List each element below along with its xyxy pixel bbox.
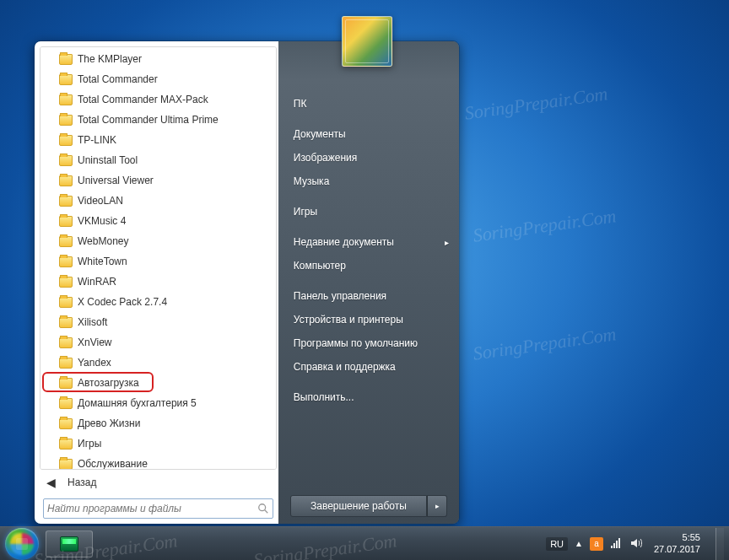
program-folder-label: WinRAR [78,276,116,288]
folder-icon [59,418,73,429]
taskbar-app-resource-monitor[interactable] [46,530,93,557]
right-panel-item[interactable]: Музыка [278,170,459,193]
right-panel-item[interactable]: Изображения [278,146,459,170]
folder-icon [59,398,73,409]
right-panel-item[interactable]: Компьютер [278,254,459,277]
tray-app-icon[interactable]: a [590,537,603,551]
folder-icon [59,94,73,105]
folder-icon [59,155,73,166]
right-panel-item[interactable]: Игры [278,200,459,223]
program-folder-item[interactable]: WebMoney [42,231,274,251]
program-folder-label: Total Commander MAX-Pack [78,94,208,105]
show-desktop-button[interactable] [716,528,724,560]
right-panel-list: ПКДокументыИзображенияМузыкаИгрыНедавние… [278,87,459,414]
separator [278,223,459,230]
program-folder-label: Автозагрузка [78,377,139,389]
right-panel-item[interactable]: Устройства и принтеры [278,308,459,331]
folder-icon [59,175,73,186]
program-folder-label: The KMPlayer [78,53,142,65]
folder-icon [59,236,73,247]
search-icon [257,503,269,514]
program-folder-item[interactable]: Total Commander [42,69,274,89]
shutdown-options-button[interactable]: ▸ [427,495,447,517]
folder-icon [59,439,73,450]
language-indicator[interactable]: RU [546,537,568,551]
back-button[interactable]: ◀ Назад [40,470,277,495]
volume-icon[interactable] [630,537,642,551]
folder-icon [59,459,73,470]
folder-icon [59,297,73,308]
program-folder-item[interactable]: Xilisoft [42,312,274,332]
program-folder-label: Игры [78,438,101,450]
separator [278,277,459,284]
shutdown-button[interactable]: Завершение работы [290,495,427,517]
program-folder-item[interactable]: TP-LINK [42,130,274,150]
program-folder-item[interactable]: Домашняя бухгалтерия 5 [42,393,274,413]
program-folder-label: Древо Жизни [78,417,140,429]
program-folder-label: Total Commander Ultima Prime [78,114,219,126]
network-icon[interactable] [610,537,624,551]
right-panel-item[interactable]: Справка и поддержка [278,355,459,379]
start-menu: The KMPlayerTotal CommanderTotal Command… [34,40,460,525]
folder-icon [59,358,73,369]
clock-date: 27.07.2017 [654,544,700,555]
separator [278,193,459,200]
right-panel-item[interactable]: Программы по умолчанию [278,331,459,355]
program-folder-item[interactable]: The KMPlayer [42,49,274,69]
program-folder-item[interactable]: Игры [42,433,274,454]
separator [278,116,459,122]
program-folder-item[interactable]: Автозагрузка [42,373,274,393]
separator [278,379,459,385]
program-folder-item[interactable]: VKMusic 4 [42,211,274,231]
program-folder-label: WhiteTown [78,256,127,267]
folder-icon [59,196,73,207]
program-folder-item[interactable]: Древо Жизни [42,413,274,433]
start-menu-right-panel: ПКДокументыИзображенияМузыкаИгрыНедавние… [278,41,459,524]
program-folder-label: Обслуживание [78,458,148,470]
right-panel-item[interactable]: Выполнить... [278,385,459,409]
back-label: Назад [68,477,96,488]
program-folder-label: WebMoney [78,235,128,247]
start-button[interactable] [5,528,39,560]
search-input[interactable] [47,503,257,514]
program-folder-label: Universal Viewer [78,175,154,186]
right-panel-item[interactable]: Панель управления [278,284,459,308]
folder-icon [59,317,73,328]
shutdown-row: Завершение работы ▸ [290,495,447,517]
back-arrow-icon: ◀ [46,476,56,489]
user-avatar[interactable] [342,16,392,67]
right-panel-item[interactable]: ПК [278,92,459,116]
taskbar: RU ▲ a 5:55 27.07.2017 [0,526,729,560]
program-folder-label: XnView [78,337,111,348]
program-folder-item[interactable]: Universal Viewer [42,170,274,191]
right-panel-item[interactable]: Документы [278,122,459,146]
folder-icon [59,54,73,65]
folder-icon [59,256,73,267]
all-programs-list[interactable]: The KMPlayerTotal CommanderTotal Command… [40,46,277,470]
folder-icon [59,216,73,227]
program-folder-item[interactable]: Yandex [42,353,274,373]
program-folder-item[interactable]: XnView [42,332,274,353]
right-panel-item[interactable]: Недавние документы [278,230,459,254]
program-folder-item[interactable]: WinRAR [42,272,274,292]
program-folder-item[interactable]: VideoLAN [42,191,274,211]
clock[interactable]: 5:55 27.07.2017 [649,532,705,554]
program-folder-label: Yandex [78,357,111,369]
resource-monitor-icon [60,536,78,552]
tray-show-hidden-icon[interactable]: ▲ [575,539,583,548]
program-folder-label: Total Commander [78,73,158,85]
program-folder-item[interactable]: Total Commander Ultima Prime [42,110,274,130]
program-folder-item[interactable]: Total Commander MAX-Pack [42,89,274,110]
search-box[interactable] [43,498,273,519]
program-folder-label: Домашняя бухгалтерия 5 [78,397,197,409]
program-folder-item[interactable]: X Codec Pack 2.7.4 [42,292,274,312]
program-folder-label: Xilisoft [78,316,107,328]
program-folder-item[interactable]: Uninstall Tool [42,150,274,170]
program-folder-label: Uninstall Tool [78,154,138,166]
folder-icon [59,115,73,126]
program-folder-label: X Codec Pack 2.7.4 [78,296,167,308]
program-folder-item[interactable]: WhiteTown [42,251,274,272]
folder-icon [59,277,73,288]
program-folder-item[interactable]: Обслуживание [42,454,274,470]
program-folder-label: TP-LINK [78,134,116,146]
